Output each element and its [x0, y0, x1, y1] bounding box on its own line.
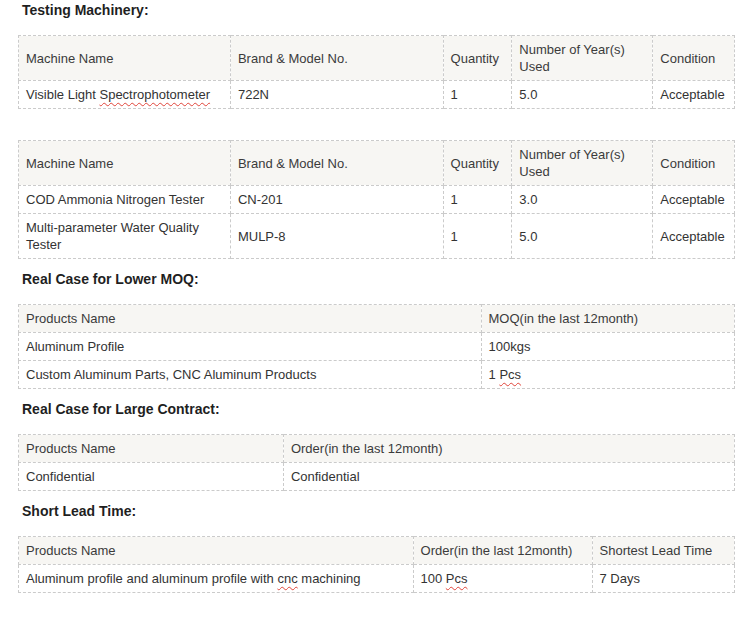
cell-shortest-lead-time: 7 Days [592, 565, 734, 593]
cell-brand-model: MULP-8 [230, 214, 443, 259]
cell-quantity: 1 [443, 186, 512, 214]
cell-products-name: Custom Aluminum Parts, CNC Aluminum Prod… [19, 361, 482, 389]
cell-brand-model: CN-201 [230, 186, 443, 214]
misspelled-word: cnc [277, 571, 297, 586]
table-header-row: Products Name Order(in the last 12month) [19, 435, 735, 463]
cell-machine-name: COD Ammonia Nitrogen Tester [19, 186, 231, 214]
table-header-row: Machine Name Brand & Model No. Quantity … [19, 36, 735, 81]
cell-years-used: 3.0 [512, 186, 653, 214]
cell-quantity: 1 [443, 81, 512, 109]
cell-text: 1 [489, 367, 500, 382]
misspelled-word: Spectrophotometer [99, 87, 210, 102]
cell-text: 100 [421, 571, 446, 586]
cell-years-used: 5.0 [512, 81, 653, 109]
header-cell-order: Order(in the last 12month) [413, 537, 592, 565]
header-cell-products-name: Products Name [19, 435, 284, 463]
header-cell-order: Order(in the last 12month) [283, 435, 734, 463]
cell-products-name: Aluminum Profile [19, 333, 482, 361]
cell-brand-model: 722N [230, 81, 443, 109]
section-heading-short-lead-time: Short Lead Time: [18, 503, 735, 519]
cell-text: Visible Light [26, 87, 99, 102]
header-cell-machine-name: Machine Name [19, 141, 231, 186]
lower-moq-table: Products Name MOQ(in the last 12month) A… [18, 304, 735, 389]
header-cell-years-used: Number of Year(s) Used [512, 36, 653, 81]
cell-years-used: 5.0 [512, 214, 653, 259]
header-cell-products-name: Products Name [19, 537, 414, 565]
table-row: COD Ammonia Nitrogen Tester CN-201 1 3.0… [19, 186, 735, 214]
header-cell-quantity: Quantity [443, 141, 512, 186]
cell-order: 100 Pcs [413, 565, 592, 593]
short-lead-time-table: Products Name Order(in the last 12month)… [18, 536, 735, 593]
misspelled-word: Pcs [446, 571, 468, 586]
header-cell-products-name: Products Name [19, 305, 482, 333]
header-cell-shortest-lead-time: Shortest Lead Time [592, 537, 734, 565]
cell-condition: Acceptable [653, 81, 735, 109]
large-contract-table: Products Name Order(in the last 12month)… [18, 434, 735, 491]
cell-text: machining [298, 571, 361, 586]
misspelled-word: Pcs [499, 367, 521, 382]
table-row: Confidential Confidential [19, 463, 735, 491]
cell-order: Confidential [283, 463, 734, 491]
cell-moq: 100kgs [481, 333, 734, 361]
cell-machine-name: Multi-parameter Water Quality Tester [19, 214, 231, 259]
table-row: Multi-parameter Water Quality Tester MUL… [19, 214, 735, 259]
section-heading-lower-moq: Real Case for Lower MOQ: [18, 271, 735, 287]
table-header-row: Machine Name Brand & Model No. Quantity … [19, 141, 735, 186]
cell-products-name: Confidential [19, 463, 284, 491]
cell-text: Aluminum profile and aluminum profile wi… [26, 571, 277, 586]
cell-condition: Acceptable [653, 214, 735, 259]
section-heading-testing-machinery: Testing Machinery: [18, 2, 735, 18]
header-cell-years-used: Number of Year(s) Used [512, 141, 653, 186]
table-header-row: Products Name Order(in the last 12month)… [19, 537, 735, 565]
table-header-row: Products Name MOQ(in the last 12month) [19, 305, 735, 333]
header-cell-condition: Condition [653, 36, 735, 81]
cell-machine-name: Visible Light Spectrophotometer [19, 81, 231, 109]
testing-machinery-table-1: Machine Name Brand & Model No. Quantity … [18, 35, 735, 109]
header-cell-brand-model: Brand & Model No. [230, 141, 443, 186]
supplier-capability-document: Testing Machinery: Machine Name Brand & … [0, 0, 750, 623]
table-row: Custom Aluminum Parts, CNC Aluminum Prod… [19, 361, 735, 389]
header-cell-moq: MOQ(in the last 12month) [481, 305, 734, 333]
testing-machinery-table-2: Machine Name Brand & Model No. Quantity … [18, 140, 735, 259]
table-row: Aluminum Profile 100kgs [19, 333, 735, 361]
table-row: Aluminum profile and aluminum profile wi… [19, 565, 735, 593]
header-cell-quantity: Quantity [443, 36, 512, 81]
cell-quantity: 1 [443, 214, 512, 259]
header-cell-brand-model: Brand & Model No. [230, 36, 443, 81]
table-row: Visible Light Spectrophotometer 722N 1 5… [19, 81, 735, 109]
section-heading-large-contract: Real Case for Large Contract: [18, 401, 735, 417]
cell-products-name: Aluminum profile and aluminum profile wi… [19, 565, 414, 593]
header-cell-condition: Condition [653, 141, 735, 186]
header-cell-machine-name: Machine Name [19, 36, 231, 81]
cell-moq: 1 Pcs [481, 361, 734, 389]
cell-condition: Acceptable [653, 186, 735, 214]
